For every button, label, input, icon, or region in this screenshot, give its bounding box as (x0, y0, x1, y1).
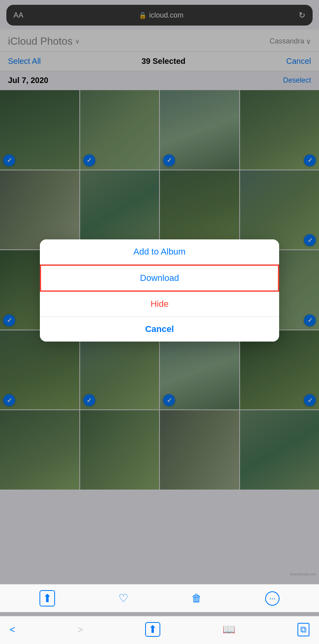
trash-icon[interactable]: 🗑 (191, 592, 202, 604)
back-button[interactable]: < (10, 624, 15, 635)
tabs-button[interactable]: ⧉ (297, 623, 309, 636)
more-icon[interactable]: ··· (265, 591, 280, 606)
forward-button[interactable]: > (77, 624, 83, 635)
bottom-toolbar: ⬆ ♡ 🗑 ··· (0, 584, 319, 612)
hide-button[interactable]: Hide (40, 292, 279, 317)
favorite-icon[interactable]: ♡ (118, 592, 128, 605)
download-button[interactable]: Download (40, 265, 279, 292)
share-icon[interactable]: ⬆ (39, 590, 55, 606)
action-cancel-button[interactable]: Cancel (40, 317, 279, 342)
browser-nav: < > ⬆ 📖 ⧉ (0, 616, 319, 644)
bookmarks-button[interactable]: 📖 (223, 623, 235, 636)
action-sheet: Add to Album Download Hide Cancel (40, 239, 279, 342)
share-nav-button[interactable]: ⬆ (145, 622, 160, 637)
add-to-album-button[interactable]: Add to Album (40, 239, 279, 265)
